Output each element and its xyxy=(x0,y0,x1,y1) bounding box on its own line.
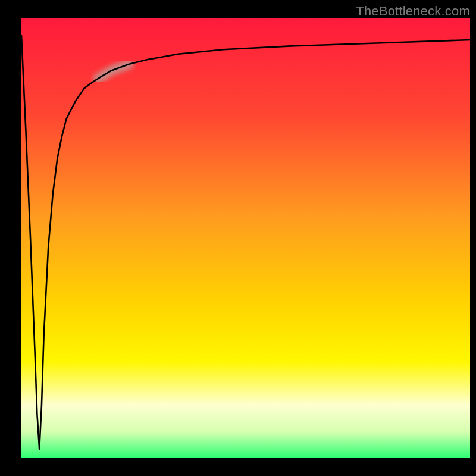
plot-background xyxy=(21,18,470,458)
bottleneck-chart xyxy=(0,0,476,476)
source-watermark: TheBottleneck.com xyxy=(356,4,470,19)
chart-stage: TheBottleneck.com xyxy=(0,0,476,476)
